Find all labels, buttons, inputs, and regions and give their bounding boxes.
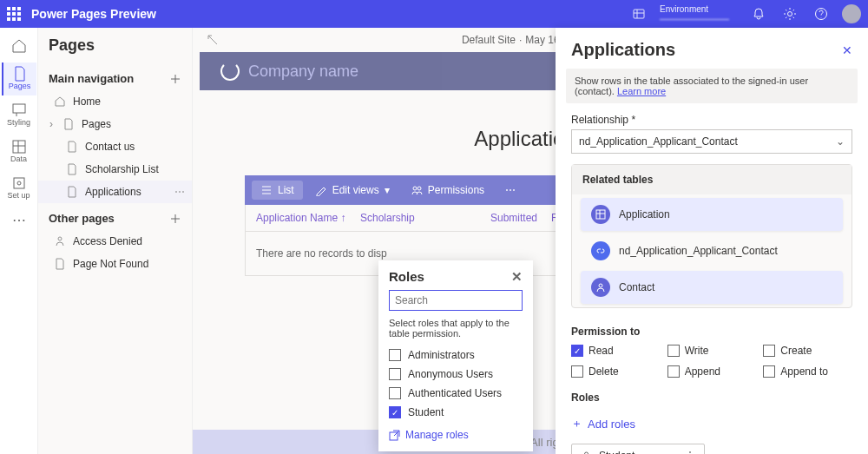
tree-access-denied[interactable]: Access Denied bbox=[38, 230, 192, 253]
wrench-icon bbox=[11, 175, 27, 191]
checkbox-icon[interactable] bbox=[667, 365, 680, 378]
rail-data[interactable]: Data bbox=[2, 135, 36, 168]
manage-roles-link[interactable]: Manage roles bbox=[389, 422, 523, 441]
role-student[interactable]: ✓Student bbox=[389, 403, 523, 422]
relationship-select[interactable]: nd_Application_Applicant_Contact⌄ bbox=[571, 129, 852, 154]
checkbox-icon[interactable] bbox=[667, 345, 680, 357]
column-submitted[interactable]: Submitted bbox=[490, 212, 551, 224]
info-text: Show rows in the table associated to the… bbox=[575, 76, 808, 96]
tree-applications[interactable]: Applications⋯ bbox=[38, 181, 192, 203]
svg-rect-3 bbox=[13, 104, 25, 113]
add-roles-button[interactable]: ＋Add roles bbox=[571, 411, 852, 437]
svg-rect-5 bbox=[14, 178, 24, 188]
tree-scholarship-label: Scholarship List bbox=[85, 163, 159, 175]
rail-data-label: Data bbox=[2, 155, 36, 163]
rel-label: Contact bbox=[619, 281, 654, 293]
tree-access-denied-label: Access Denied bbox=[73, 235, 142, 247]
related-nd[interactable]: nd_Application_Applicant_Contact bbox=[581, 234, 843, 267]
checkbox-icon[interactable] bbox=[763, 365, 775, 378]
plus-icon[interactable] bbox=[169, 73, 181, 85]
perm-create[interactable]: Create bbox=[763, 345, 852, 357]
role-chip-student[interactable]: Student ⋮ bbox=[571, 444, 705, 454]
svg-rect-11 bbox=[596, 210, 605, 219]
avatar[interactable] bbox=[842, 4, 861, 23]
permissions-button[interactable]: Permissions bbox=[402, 181, 493, 200]
role-administrators[interactable]: Administrators bbox=[389, 345, 523, 365]
svg-point-9 bbox=[418, 187, 421, 190]
perm-read[interactable]: ✓Read bbox=[571, 345, 661, 357]
tree-contact-us[interactable]: Contact us bbox=[38, 135, 192, 158]
checkbox-icon[interactable] bbox=[389, 349, 401, 361]
person-icon bbox=[54, 235, 66, 247]
relationship-label: Relationship * bbox=[556, 114, 868, 129]
rail-pages[interactable]: Pages bbox=[2, 63, 36, 95]
role-anonymous[interactable]: Anonymous Users bbox=[389, 365, 523, 384]
related-contact[interactable]: Contact bbox=[581, 271, 843, 304]
tree-pages[interactable]: ›Pages bbox=[38, 113, 192, 135]
svg-point-12 bbox=[599, 284, 602, 287]
perm-append-to[interactable]: Append to bbox=[763, 365, 852, 378]
perm-label: Read bbox=[589, 345, 614, 357]
learn-more-link[interactable]: Learn more bbox=[617, 86, 666, 96]
permissions-label: Permissions bbox=[428, 184, 484, 196]
help-icon[interactable] bbox=[814, 7, 828, 21]
list-button[interactable]: List bbox=[252, 181, 303, 200]
more-icon[interactable]: ⋮ bbox=[685, 450, 695, 454]
rail-home[interactable] bbox=[2, 35, 36, 59]
more-icon[interactable]: ⋯ bbox=[174, 186, 185, 198]
roles-popup-title: Roles bbox=[389, 269, 424, 285]
edit-views-button[interactable]: Edit views▾ bbox=[306, 181, 398, 200]
perm-write[interactable]: Write bbox=[667, 345, 757, 357]
tree-scholarship-list[interactable]: Scholarship List bbox=[38, 158, 192, 181]
perm-delete[interactable]: Delete bbox=[571, 365, 661, 378]
rel-label: Application bbox=[619, 208, 670, 220]
overflow-button[interactable]: ⋯ bbox=[496, 181, 524, 200]
roles-label: Roles bbox=[571, 391, 852, 404]
related-application[interactable]: Application bbox=[581, 198, 843, 231]
roles-search-input[interactable] bbox=[389, 290, 523, 311]
tree-page-not-found[interactable]: Page Not Found bbox=[38, 253, 192, 275]
chevron-down-icon: ⌄ bbox=[836, 135, 845, 148]
page-icon bbox=[66, 163, 78, 175]
rail-pages-label: Pages bbox=[3, 82, 36, 90]
related-tables-label: Related tables bbox=[572, 165, 852, 194]
gear-icon[interactable] bbox=[783, 7, 797, 21]
close-icon[interactable]: ✕ bbox=[842, 43, 852, 57]
tree-pages-label: Pages bbox=[82, 118, 111, 130]
checkbox-icon[interactable] bbox=[571, 365, 583, 378]
page-icon bbox=[66, 186, 78, 198]
close-icon[interactable]: ✕ bbox=[511, 269, 523, 285]
environment-picker[interactable]: Environment———————— bbox=[623, 4, 729, 23]
relationship-value: nd_Application_Applicant_Contact bbox=[579, 135, 738, 148]
perm-label: Create bbox=[780, 345, 812, 357]
role-label: Student bbox=[408, 406, 444, 418]
sidebar-heading: Pages bbox=[49, 36, 95, 55]
checkbox-icon[interactable] bbox=[763, 345, 775, 357]
waffle-icon[interactable] bbox=[7, 7, 21, 21]
column-scholarship[interactable]: Scholarship bbox=[360, 212, 490, 224]
svg-point-8 bbox=[413, 187, 417, 190]
perm-label: Delete bbox=[589, 365, 619, 378]
rail-styling[interactable]: Styling bbox=[2, 99, 36, 132]
perm-label: Append to bbox=[780, 365, 828, 378]
rail-more[interactable]: ⋯ bbox=[2, 208, 36, 234]
checkbox-icon[interactable] bbox=[389, 368, 401, 380]
env-label: Environment bbox=[660, 4, 729, 14]
rail-setup[interactable]: Set up bbox=[2, 172, 36, 205]
link-icon bbox=[591, 241, 610, 260]
checkbox-checked-icon[interactable]: ✓ bbox=[389, 406, 401, 418]
file-icon bbox=[12, 66, 28, 82]
tree-home-label: Home bbox=[73, 95, 101, 108]
checkbox-checked-icon[interactable]: ✓ bbox=[571, 345, 583, 357]
rel-label: nd_Application_Applicant_Contact bbox=[619, 245, 778, 257]
role-authenticated[interactable]: Authenticated Users bbox=[389, 384, 523, 403]
perm-append[interactable]: Append bbox=[667, 365, 757, 378]
plus-icon[interactable] bbox=[169, 213, 181, 225]
chevron-right-icon: › bbox=[47, 118, 56, 130]
checkbox-icon[interactable] bbox=[389, 387, 401, 399]
tree-home[interactable]: Home bbox=[38, 90, 192, 113]
manage-roles-label: Manage roles bbox=[405, 429, 469, 441]
bell-icon[interactable] bbox=[752, 7, 766, 21]
edit-views-label: Edit views bbox=[332, 184, 379, 196]
column-name[interactable]: Application Name ↑ bbox=[256, 212, 360, 224]
